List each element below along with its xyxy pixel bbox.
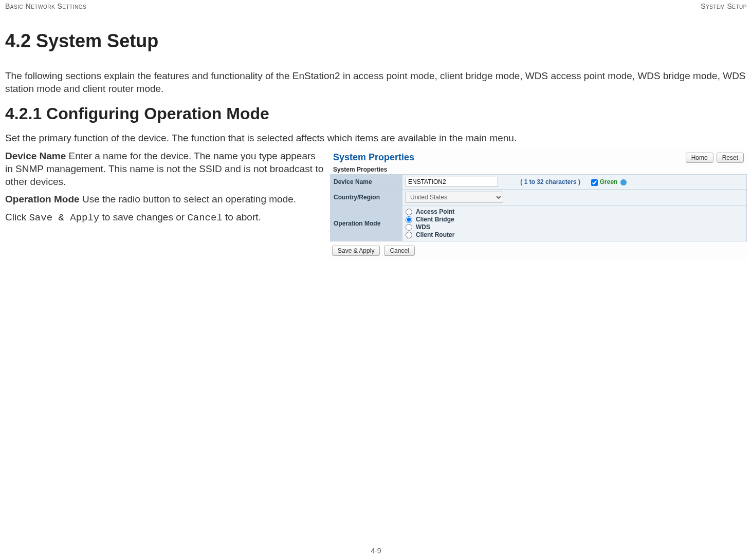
operation-mode-term: Operation Mode xyxy=(5,194,80,204)
device-name-desc: Device Name Enter a name for the device.… xyxy=(5,150,324,188)
operation-mode-text: Use the radio button to select an operat… xyxy=(80,194,296,204)
cancel-button[interactable]: Cancel xyxy=(384,246,414,256)
green-checkbox[interactable] xyxy=(591,179,598,186)
save-apply-code: Save & Apply xyxy=(29,212,99,223)
device-name-input[interactable] xyxy=(406,177,498,187)
save-apply-button[interactable]: Save & Apply xyxy=(332,246,380,256)
table-row: Country/Region United States xyxy=(331,190,747,206)
system-properties-panel: System Properties Home Reset System Prop… xyxy=(330,150,747,260)
green-link[interactable]: Green xyxy=(591,178,626,185)
opmode-label-cell: Operation Mode xyxy=(331,206,402,241)
page-number: 4-9 xyxy=(371,547,381,555)
radio-wds[interactable]: WDS xyxy=(406,223,743,231)
radio-wds-input[interactable] xyxy=(406,224,412,231)
radio-client-router[interactable]: Client Router xyxy=(406,231,743,238)
header-right: System Setup xyxy=(701,2,747,10)
radio-client-bridge[interactable]: Client Bridge xyxy=(406,216,743,223)
device-name-label-cell: Device Name xyxy=(331,175,402,190)
operation-mode-desc: Operation Mode Use the radio button to s… xyxy=(5,193,324,206)
sub-intro: Set the primary function of the device. … xyxy=(5,133,747,144)
radio-ap-label: Access Point xyxy=(416,208,454,215)
opmode-value-cell: Access Point Client Bridge WDS Client Ro… xyxy=(402,206,747,241)
properties-table: Device Name ( 1 to 32 characters ) Green… xyxy=(330,174,747,241)
header-left: Basic Network Settings xyxy=(5,2,86,10)
radio-ap-input[interactable] xyxy=(406,209,412,215)
radio-access-point[interactable]: Access Point xyxy=(406,208,743,215)
description-column: Device Name Enter a name for the device.… xyxy=(5,150,324,229)
main-heading: 4.2 System Setup xyxy=(5,30,747,52)
action-suffix: to abort. xyxy=(223,212,261,222)
panel-title: System Properties xyxy=(333,152,414,163)
green-link-text: Green xyxy=(600,178,618,185)
device-name-term: Device Name xyxy=(5,151,66,161)
table-row: Operation Mode Access Point Client Bridg… xyxy=(331,206,747,241)
radio-wds-label: WDS xyxy=(416,223,430,231)
radio-cr-label: Client Router xyxy=(416,231,454,238)
home-button[interactable]: Home xyxy=(686,153,713,163)
chars-note: ( 1 to 32 characters ) xyxy=(520,178,580,185)
action-instruction: Click Save & Apply to save changes or Ca… xyxy=(5,211,324,225)
radio-cr-input[interactable] xyxy=(406,232,412,238)
globe-icon xyxy=(620,179,627,185)
action-prefix: Click xyxy=(5,212,29,222)
country-select[interactable]: United States xyxy=(406,192,503,203)
country-label-cell: Country/Region xyxy=(331,190,402,206)
cancel-code: Cancel xyxy=(187,212,222,223)
reset-button[interactable]: Reset xyxy=(717,153,744,163)
radio-cb-input[interactable] xyxy=(406,216,412,223)
country-value-cell: United States xyxy=(402,190,747,206)
table-row: Device Name ( 1 to 32 characters ) Green xyxy=(331,175,747,190)
sub-heading: 4.2.1 Configuring Operation Mode xyxy=(5,104,747,123)
section-title: System Properties xyxy=(330,165,747,174)
radio-cb-label: Client Bridge xyxy=(416,216,454,223)
device-name-value-cell: ( 1 to 32 characters ) Green xyxy=(402,175,747,190)
action-mid: to save changes or xyxy=(99,212,187,222)
intro-text: The following sections explain the featu… xyxy=(5,70,747,95)
